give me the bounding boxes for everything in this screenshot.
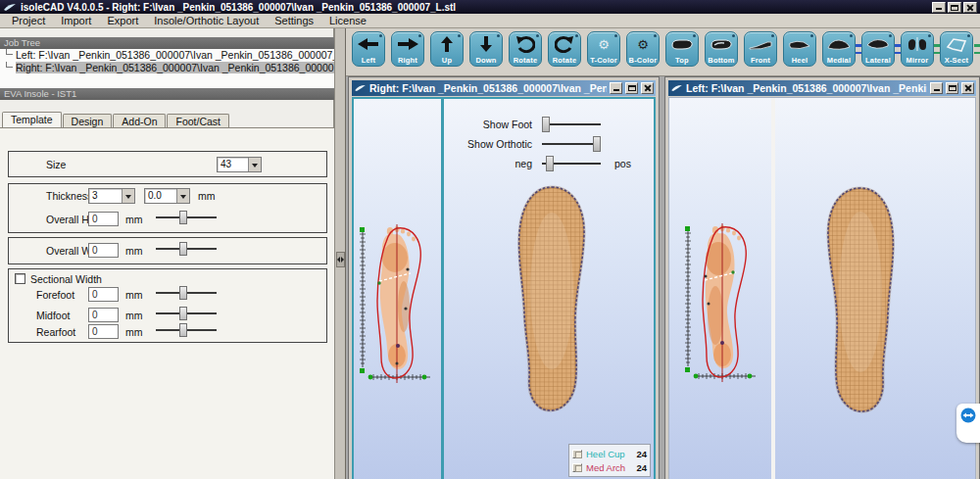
job-tree-item-left[interactable]: Left: F:\Ivan _Penkin_051386_000007\Ivan…	[0, 49, 334, 62]
parameter-legend: Heel Cup 24 Med Arch 24	[568, 444, 651, 477]
midfoot-slider[interactable]	[156, 307, 217, 320]
overall-height-input[interactable]	[88, 212, 119, 226]
viewport-maximize-button[interactable]	[946, 82, 958, 94]
viewport-minimize-button[interactable]	[610, 82, 622, 94]
menu-settings[interactable]: Settings	[267, 15, 321, 26]
foot-scan-pane[interactable]	[354, 99, 441, 479]
job-tree-item-right[interactable]: Right: F:\Ivan _Penkin_051386_000007\Iva…	[0, 62, 334, 74]
overall-width-input[interactable]	[88, 243, 119, 258]
foot-scan-pane[interactable]	[669, 98, 771, 479]
dropdown-arrow-icon[interactable]	[122, 189, 134, 203]
insole-panel-header: EVA Insole - IST1	[0, 88, 334, 100]
isolecad-app-window: isoleCAD V4.0.0.5 - Right: F:\Ivan _Penk…	[0, 0, 980, 479]
size-dropdown[interactable]: 43	[217, 157, 262, 172]
midfoot-input[interactable]	[88, 308, 119, 322]
viewport-left-title: Left: F:\Ivan _Penkin_051386_000007\Ivan…	[686, 82, 927, 94]
toolbar-left-button[interactable]: Left	[352, 31, 385, 67]
insole-medial-view-icon	[823, 34, 855, 54]
toolbar-connector	[934, 44, 940, 54]
heel-cup-value: 24	[636, 449, 647, 459]
thickness-label: Thickness	[46, 190, 92, 202]
display-controls: Show Foot Show Orthotic neg pos	[444, 115, 654, 173]
toolbar-b-color-button[interactable]: ⚙ B-Color	[626, 31, 660, 67]
restore-button[interactable]	[948, 2, 961, 13]
pos-label: pos	[614, 158, 631, 169]
menu-import[interactable]: Import	[53, 15, 99, 26]
toolbar-heel-view-button[interactable]: Heel	[783, 31, 816, 67]
thickness-group: Thickness 3 0.0 mm Overall Height mm	[8, 183, 327, 233]
app-logo-icon	[3, 3, 17, 12]
tab-template[interactable]: Template	[2, 112, 62, 127]
view-toolbar: Left Right Up Down Rotate Rotate	[346, 28, 980, 76]
menu-project[interactable]: Project	[4, 15, 53, 26]
med-arch-value: 24	[636, 462, 647, 473]
forefoot-slider[interactable]	[156, 286, 217, 300]
thickness-dropdown[interactable]: 3	[88, 188, 135, 204]
arrow-right-icon	[392, 34, 423, 54]
toolbar-top-view-button[interactable]: Top	[665, 31, 699, 67]
med-arch-swatch-button[interactable]	[572, 463, 582, 472]
toolbar-right-button[interactable]: Right	[391, 31, 424, 67]
mirror-feet-icon	[902, 34, 933, 54]
cross-section-icon	[941, 34, 972, 54]
toolbar-medial-view-button[interactable]: Medial	[822, 31, 856, 67]
heel-cup-swatch-button[interactable]	[572, 450, 582, 458]
show-foot-slider[interactable]	[542, 117, 601, 132]
teamviewer-tab[interactable]	[956, 404, 980, 443]
insole-front-view-icon	[745, 34, 776, 54]
overall-width-slider[interactable]	[156, 242, 217, 256]
neg-pos-slider[interactable]	[542, 156, 601, 171]
toolbar-down-button[interactable]: Down	[469, 31, 503, 67]
menu-license[interactable]: License	[321, 15, 374, 26]
job-tree: Left: F:\Ivan _Penkin_051386_000007\Ivan…	[0, 49, 334, 88]
sectional-width-checkbox[interactable]	[15, 273, 25, 284]
splitter-grip-icon[interactable]	[336, 252, 345, 267]
dropdown-arrow-icon[interactable]	[176, 189, 189, 203]
viewport-minimize-button[interactable]	[930, 82, 943, 94]
arrow-up-icon	[431, 34, 463, 54]
toolbar-rotate-cw-button[interactable]: Rotate	[548, 31, 581, 67]
viewport-close-button[interactable]	[641, 82, 654, 94]
viewport-left-titlebar[interactable]: Left: F:\Ivan _Penkin_051386_000007\Ivan…	[668, 80, 976, 96]
insole-bottom-view-icon	[706, 34, 737, 54]
menu-insole-orthotic-layout[interactable]: Insole/Orthotic Layout	[146, 15, 267, 26]
orthotic-pane[interactable]: Show Foot Show Orthotic neg pos	[444, 99, 654, 479]
tab-foot-cast[interactable]: Foot/Cast	[167, 114, 229, 127]
close-button[interactable]	[963, 2, 977, 13]
midfoot-label: Midfoot	[36, 310, 70, 321]
show-orthotic-slider[interactable]	[542, 136, 601, 152]
toolbar-lateral-view-button[interactable]: Lateral	[861, 31, 895, 67]
viewport-right-titlebar[interactable]: Right: F:\Ivan _Penkin_051386_000007\Iva…	[352, 80, 656, 96]
viewport-close-button[interactable]	[961, 82, 974, 94]
tab-design[interactable]: Design	[63, 114, 113, 127]
rearfoot-input[interactable]	[88, 324, 119, 339]
toolbar-rotate-ccw-button[interactable]: Rotate	[509, 31, 542, 67]
forefoot-input[interactable]	[88, 287, 119, 302]
overall-height-slider[interactable]	[156, 211, 217, 224]
insole-tabstrip: Template Design Add-On Foot/Cast	[2, 112, 333, 127]
thickness-offset-dropdown[interactable]: 0.0	[144, 188, 190, 204]
panel-splitter[interactable]	[334, 28, 346, 479]
tab-add-on[interactable]: Add-On	[113, 114, 166, 127]
toolbar-front-view-button[interactable]: Front	[744, 31, 777, 67]
dropdown-arrow-icon[interactable]	[248, 158, 261, 171]
menu-export[interactable]: Export	[99, 15, 146, 26]
toolbar-x-sect-button[interactable]: X-Sect	[940, 31, 973, 67]
gear-light-icon: ⚙	[588, 34, 619, 54]
template-form: Size 43 Thickness 3 0.0 mm Overall Heigh…	[0, 127, 334, 479]
rearfoot-unit: mm	[125, 326, 143, 338]
rearfoot-slider[interactable]	[156, 323, 217, 337]
toolbar-mirror-button[interactable]: Mirror	[901, 31, 934, 67]
viewport-maximize-button[interactable]	[625, 82, 638, 94]
minimize-button[interactable]	[932, 2, 946, 13]
orthotic-pane[interactable]	[775, 98, 975, 479]
toolbar-bottom-view-button[interactable]: Bottom	[705, 31, 738, 67]
overall-width-unit: mm	[125, 245, 143, 257]
toolbar-up-button[interactable]: Up	[430, 31, 464, 67]
left-panel: Job Tree Left: F:\Ivan _Penkin_051386_00…	[0, 28, 334, 479]
med-arch-label: Med Arch	[586, 462, 632, 473]
toolbar-t-color-button[interactable]: ⚙ T-Color	[587, 31, 620, 67]
main-titlebar[interactable]: isoleCAD V4.0.0.5 - Right: F:\Ivan _Penk…	[0, 0, 980, 14]
size-label: Size	[46, 159, 66, 170]
menubar: Project Import Export Insole/Orthotic La…	[0, 14, 980, 28]
